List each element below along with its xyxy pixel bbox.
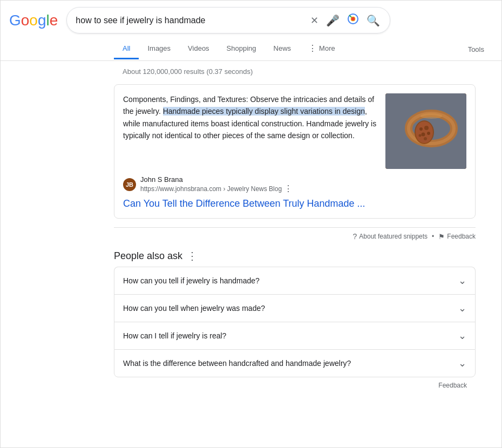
svg-point-11: [427, 132, 430, 135]
chevron-down-icon: ⌄: [458, 302, 466, 314]
paa-title: People also ask: [114, 250, 182, 262]
tab-more[interactable]: ⋮ More: [300, 38, 344, 60]
chevron-down-icon: ⌄: [458, 275, 466, 287]
header: Google how to see if jewelry is handmade…: [1, 1, 501, 33]
people-also-ask-section: People also ask ⋮ How can you tell if je…: [114, 249, 476, 393]
result-link[interactable]: Can You Tell the Difference Between Trul…: [123, 198, 466, 209]
question-circle-icon: ?: [353, 232, 357, 241]
about-snippets-button[interactable]: ? About featured snippets: [353, 232, 428, 241]
svg-point-13: [424, 137, 427, 140]
snippet-highlight: Handmade pieces typically display slight…: [163, 107, 365, 116]
search-input[interactable]: how to see if jewelry is handmade: [76, 16, 305, 25]
source-favicon: JB: [123, 178, 136, 191]
paa-options-icon[interactable]: ⋮: [187, 249, 198, 262]
source-options-icon[interactable]: ⋮: [284, 184, 293, 194]
search-submit-button[interactable]: 🔍: [365, 13, 381, 28]
search-bar: how to see if jewelry is handmade ✕ 🎤: [66, 7, 390, 33]
snippet-image: [385, 93, 466, 169]
search-tabs: All Images Videos Shopping News ⋮ More T…: [1, 36, 501, 61]
svg-point-10: [422, 133, 425, 137]
lens-icon: [347, 13, 359, 28]
tab-images[interactable]: Images: [139, 39, 179, 59]
paa-question: How can you tell if jewelry is handmade?: [123, 276, 260, 285]
svg-point-14: [420, 113, 442, 119]
source-row: JB John S Brana https://www.johnsbrana.c…: [123, 175, 466, 194]
paa-item[interactable]: How can I tell if jewelry is real? ⌄: [114, 322, 476, 349]
source-info: John S Brana https://www.johnsbrana.com …: [140, 175, 293, 194]
tab-all[interactable]: All: [114, 39, 139, 59]
results-count: About 120,000,000 results (0.37 seconds): [114, 67, 501, 76]
bottom-feedback-button[interactable]: Feedback: [114, 377, 476, 393]
featured-snippet: Components, Findings, and Textures: Obse…: [114, 84, 476, 219]
tab-shopping[interactable]: Shopping: [218, 39, 265, 59]
paa-question: What is the difference between handcraft…: [123, 359, 351, 368]
snippet-text: Components, Findings, and Textures: Obse…: [123, 93, 377, 169]
snippet-feedback-button[interactable]: ⚑ Feedback: [438, 233, 476, 241]
voice-search-button[interactable]: 🎤: [325, 13, 341, 28]
chevron-down-icon: ⌄: [458, 357, 466, 369]
search-icon: 🔍: [367, 14, 380, 27]
clear-button[interactable]: ✕: [309, 13, 320, 28]
mic-icon: 🎤: [326, 14, 340, 27]
tools-button[interactable]: Tools: [459, 40, 493, 59]
paa-question: How can I tell if jewelry is real?: [123, 331, 226, 340]
more-dots-icon: ⋮: [308, 43, 317, 53]
tab-videos[interactable]: Videos: [179, 39, 218, 59]
svg-point-12: [419, 134, 422, 137]
paa-list: How can you tell if jewelry is handmade?…: [114, 267, 476, 377]
paa-item[interactable]: How can you tell when jewelry was made? …: [114, 294, 476, 322]
svg-point-8: [419, 127, 423, 131]
snippet-content: Components, Findings, and Textures: Obse…: [123, 93, 466, 169]
footer-separator: •: [432, 233, 434, 240]
close-icon: ✕: [310, 15, 318, 26]
paa-question: How can you tell when jewelry was made?: [123, 304, 265, 313]
source-name: John S Brana: [140, 175, 293, 184]
paa-item[interactable]: What is the difference between handcraft…: [114, 349, 476, 377]
tab-news[interactable]: News: [265, 39, 300, 59]
search-icons: ✕ 🎤 🔍: [309, 12, 381, 29]
snippet-footer: ? About featured snippets • ⚑ Feedback: [114, 227, 476, 241]
svg-point-9: [424, 126, 429, 130]
chevron-down-icon: ⌄: [458, 330, 466, 342]
main-content: About 120,000,000 results (0.37 seconds)…: [1, 61, 501, 393]
source-url: https://www.johnsbrana.com › Jewelry New…: [140, 184, 293, 194]
paa-item[interactable]: How can you tell if jewelry is handmade?…: [114, 267, 476, 294]
paa-header: People also ask ⋮: [114, 249, 476, 262]
google-logo: Google: [9, 12, 58, 29]
lens-search-button[interactable]: [346, 12, 360, 29]
feedback-flag-icon: ⚑: [438, 233, 445, 241]
